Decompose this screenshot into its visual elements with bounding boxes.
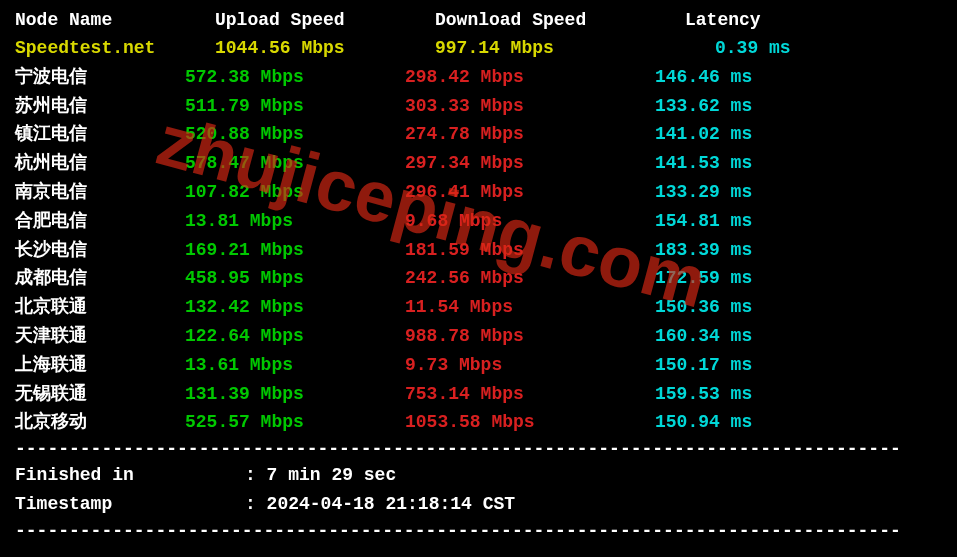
node-name-cell: 北京移动 [15, 408, 185, 437]
download-speed-cell: 181.59 Mbps [405, 236, 655, 265]
download-speed-cell: 988.78 Mbps [405, 322, 655, 351]
table-header: Node Name Upload Speed Download Speed La… [15, 10, 942, 30]
latency-cell: 160.34 ms [655, 322, 835, 351]
download-speed-cell: 296.41 Mbps [405, 178, 655, 207]
table-row: 成都电信458.95 Mbps242.56 Mbps172.59 ms [15, 264, 942, 293]
node-name-cell: 长沙电信 [15, 236, 185, 265]
download-speed-cell: 9.73 Mbps [405, 351, 655, 380]
latency-cell: 133.62 ms [655, 92, 835, 121]
finished-value: : 7 min 29 sec [245, 461, 396, 490]
upload-speed-cell: 1044.56 Mbps [185, 34, 405, 63]
node-name-cell: 杭州电信 [15, 149, 185, 178]
download-speed-cell: 1053.58 Mbps [405, 408, 655, 437]
node-name-cell: 无锡联通 [15, 380, 185, 409]
upload-speed-cell: 525.57 Mbps [185, 408, 405, 437]
header-download: Download Speed [435, 10, 685, 30]
latency-cell: 150.94 ms [655, 408, 835, 437]
upload-speed-cell: 169.21 Mbps [185, 236, 405, 265]
node-name-cell: 成都电信 [15, 264, 185, 293]
latency-cell: 150.17 ms [655, 351, 835, 380]
latency-cell: 183.39 ms [655, 236, 835, 265]
finished-label: Finished in [15, 461, 245, 490]
table-row: 镇江电信520.88 Mbps274.78 Mbps141.02 ms [15, 120, 942, 149]
table-row: 长沙电信169.21 Mbps181.59 Mbps183.39 ms [15, 236, 942, 265]
table-body: Speedtest.net1044.56 Mbps997.14 Mbps0.39… [15, 34, 942, 437]
upload-speed-cell: 13.61 Mbps [185, 351, 405, 380]
node-name-cell: 苏州电信 [15, 92, 185, 121]
table-row: 杭州电信578.47 Mbps297.34 Mbps141.53 ms [15, 149, 942, 178]
node-name-cell: Speedtest.net [15, 34, 185, 63]
upload-speed-cell: 131.39 Mbps [185, 380, 405, 409]
download-speed-cell: 9.68 Mbps [405, 207, 655, 236]
upload-speed-cell: 107.82 Mbps [185, 178, 405, 207]
table-row: 苏州电信511.79 Mbps303.33 Mbps133.62 ms [15, 92, 942, 121]
table-row: 合肥电信13.81 Mbps9.68 Mbps154.81 ms [15, 207, 942, 236]
node-name-cell: 南京电信 [15, 178, 185, 207]
latency-cell: 141.53 ms [655, 149, 835, 178]
table-row: 上海联通13.61 Mbps9.73 Mbps150.17 ms [15, 351, 942, 380]
latency-cell: 172.59 ms [655, 264, 835, 293]
download-speed-cell: 274.78 Mbps [405, 120, 655, 149]
latency-cell: 133.29 ms [655, 178, 835, 207]
upload-speed-cell: 572.38 Mbps [185, 63, 405, 92]
node-name-cell: 天津联通 [15, 322, 185, 351]
latency-cell: 154.81 ms [655, 207, 835, 236]
download-speed-cell: 242.56 Mbps [405, 264, 655, 293]
header-upload: Upload Speed [215, 10, 435, 30]
upload-speed-cell: 578.47 Mbps [185, 149, 405, 178]
table-row: 北京联通132.42 Mbps11.54 Mbps150.36 ms [15, 293, 942, 322]
header-node: Node Name [15, 10, 215, 30]
timestamp-value: : 2024-04-18 21:18:14 CST [245, 490, 515, 519]
divider-line: ----------------------------------------… [15, 439, 942, 459]
latency-cell: 0.39 ms [655, 34, 835, 63]
download-speed-cell: 297.34 Mbps [405, 149, 655, 178]
download-speed-cell: 997.14 Mbps [405, 34, 655, 63]
latency-cell: 159.53 ms [655, 380, 835, 409]
node-name-cell: 北京联通 [15, 293, 185, 322]
node-name-cell: 上海联通 [15, 351, 185, 380]
table-row: Speedtest.net1044.56 Mbps997.14 Mbps0.39… [15, 34, 942, 63]
upload-speed-cell: 458.95 Mbps [185, 264, 405, 293]
table-row: 天津联通122.64 Mbps988.78 Mbps160.34 ms [15, 322, 942, 351]
upload-speed-cell: 511.79 Mbps [185, 92, 405, 121]
table-row: 北京移动525.57 Mbps1053.58 Mbps150.94 ms [15, 408, 942, 437]
footer-timestamp: Timestamp : 2024-04-18 21:18:14 CST [15, 490, 942, 519]
download-speed-cell: 753.14 Mbps [405, 380, 655, 409]
node-name-cell: 宁波电信 [15, 63, 185, 92]
latency-cell: 146.46 ms [655, 63, 835, 92]
upload-speed-cell: 122.64 Mbps [185, 322, 405, 351]
download-speed-cell: 298.42 Mbps [405, 63, 655, 92]
footer-finished: Finished in : 7 min 29 sec [15, 461, 942, 490]
node-name-cell: 合肥电信 [15, 207, 185, 236]
download-speed-cell: 303.33 Mbps [405, 92, 655, 121]
table-row: 南京电信107.82 Mbps296.41 Mbps133.29 ms [15, 178, 942, 207]
divider-line-bottom: ----------------------------------------… [15, 521, 942, 541]
upload-speed-cell: 520.88 Mbps [185, 120, 405, 149]
timestamp-label: Timestamp [15, 490, 245, 519]
latency-cell: 150.36 ms [655, 293, 835, 322]
header-latency: Latency [685, 10, 865, 30]
download-speed-cell: 11.54 Mbps [405, 293, 655, 322]
latency-cell: 141.02 ms [655, 120, 835, 149]
upload-speed-cell: 132.42 Mbps [185, 293, 405, 322]
table-row: 无锡联通131.39 Mbps753.14 Mbps159.53 ms [15, 380, 942, 409]
upload-speed-cell: 13.81 Mbps [185, 207, 405, 236]
table-row: 宁波电信572.38 Mbps298.42 Mbps146.46 ms [15, 63, 942, 92]
node-name-cell: 镇江电信 [15, 120, 185, 149]
